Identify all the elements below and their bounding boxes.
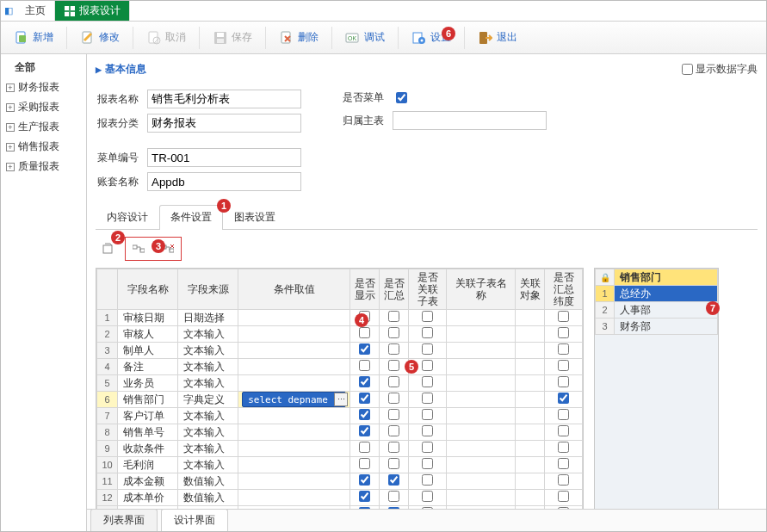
table-row[interactable]: 3制单人文本输入: [97, 343, 583, 359]
col-header[interactable]: 是否关联子表: [409, 269, 447, 310]
chk-show[interactable]: [359, 311, 370, 322]
chk-dim[interactable]: [558, 360, 569, 371]
cell-relname[interactable]: [447, 375, 516, 392]
col-header[interactable]: 字段名称: [118, 269, 178, 310]
cell-relobj[interactable]: [516, 392, 545, 408]
dept-list[interactable]: 7 🔒销售部门1总经办2人事部3财务部: [594, 268, 719, 509]
chk-show[interactable]: [359, 343, 370, 355]
tree-item[interactable]: +生产报表: [1, 117, 86, 137]
col-header[interactable]: 是否汇总: [380, 269, 409, 310]
col-header[interactable]: 关联对象: [516, 269, 545, 310]
chk-show[interactable]: [359, 360, 370, 371]
tree-root[interactable]: 全部: [1, 58, 86, 77]
cell-relobj[interactable]: [516, 310, 545, 326]
cell-cond[interactable]: [238, 310, 350, 326]
rlist-header[interactable]: 销售部门: [615, 269, 718, 286]
cell-relobj[interactable]: [516, 490, 545, 506]
table-row[interactable]: 2审核人文本输入: [97, 326, 583, 343]
table-row[interactable]: 9收款条件文本输入: [97, 441, 583, 457]
chk-rel[interactable]: [422, 393, 433, 404]
chk-sum[interactable]: [388, 458, 399, 469]
chk-show[interactable]: [359, 409, 370, 420]
condition-grid[interactable]: 4 5 字段名称字段来源条件取值是否显示是否汇总是否关联子表关联子表名称关联对象…: [96, 268, 584, 509]
delete-button[interactable]: 删除: [271, 26, 326, 50]
expand-icon[interactable]: +: [6, 103, 15, 112]
cell-relobj[interactable]: [516, 359, 545, 375]
cell-relobj[interactable]: [516, 424, 545, 441]
chk-rel[interactable]: [422, 474, 433, 486]
chk-sum[interactable]: [388, 442, 399, 453]
expand-icon[interactable]: +: [6, 123, 15, 132]
tab-home[interactable]: 主页: [16, 1, 55, 21]
table-row[interactable]: 4备注文本输入: [97, 359, 583, 375]
subtab-condition[interactable]: 条件设置 1: [159, 205, 223, 229]
cell-relobj[interactable]: [516, 441, 545, 457]
chk-sum[interactable]: [388, 376, 399, 387]
subtab-chart[interactable]: 图表设置: [223, 205, 287, 229]
chk-rel[interactable]: [422, 360, 433, 371]
cell-relname[interactable]: [447, 408, 516, 424]
col-header[interactable]: 字段来源: [178, 269, 238, 310]
cell-relname[interactable]: [447, 457, 516, 473]
new-button[interactable]: 新增: [6, 26, 61, 50]
chk-show[interactable]: [359, 491, 370, 502]
list-item[interactable]: 3财务部: [596, 319, 718, 335]
tree-item[interactable]: +质量报表: [1, 157, 86, 176]
cell-cond[interactable]: [238, 375, 350, 392]
input-report-cat[interactable]: [147, 114, 301, 133]
chk-sum[interactable]: [388, 327, 399, 338]
cell-relname[interactable]: [447, 473, 516, 490]
cell-cond[interactable]: [238, 457, 350, 473]
chk-show[interactable]: [359, 442, 370, 453]
chk-sum[interactable]: [388, 474, 399, 486]
cell-relname[interactable]: [447, 441, 516, 457]
input-menu-no[interactable]: [147, 148, 301, 167]
chk-dim[interactable]: [558, 343, 569, 355]
cell-relobj[interactable]: [516, 375, 545, 392]
cell-relobj[interactable]: [516, 457, 545, 473]
chk-rel[interactable]: [422, 425, 433, 436]
chk-sum[interactable]: [388, 491, 399, 502]
cell-cond[interactable]: select depname⋯: [238, 392, 350, 408]
chk-show[interactable]: [359, 376, 370, 387]
chk-dim[interactable]: [558, 442, 569, 453]
chk-rel[interactable]: [422, 409, 433, 420]
chk-rel[interactable]: [422, 491, 433, 502]
table-row[interactable]: 5业务员文本输入: [97, 375, 583, 392]
cell-cond[interactable]: [238, 424, 350, 441]
refresh-button[interactable]: [99, 239, 118, 258]
cond-ellipsis-button[interactable]: ⋯: [334, 393, 348, 406]
col-header[interactable]: 关联子表名称: [447, 269, 516, 310]
edit-button[interactable]: 修改: [72, 26, 127, 50]
cell-relname[interactable]: [447, 326, 516, 343]
tree-item[interactable]: +采购报表: [1, 97, 86, 117]
chk-rel[interactable]: [422, 458, 433, 469]
cell-relobj[interactable]: [516, 473, 545, 490]
save-button[interactable]: 保存: [205, 26, 260, 50]
chk-sum[interactable]: [388, 343, 399, 355]
input-owner-table[interactable]: [393, 111, 547, 130]
table-row[interactable]: 7客户订单文本输入: [97, 408, 583, 424]
cell-cond[interactable]: [238, 473, 350, 490]
table-row[interactable]: 1审核日期日期选择: [97, 310, 583, 326]
chk-rel[interactable]: [422, 442, 433, 453]
cell-cond[interactable]: [238, 359, 350, 375]
chk-rel[interactable]: [422, 343, 433, 355]
input-acct-name[interactable]: [147, 172, 301, 191]
cancel-button[interactable]: 取消: [139, 26, 194, 50]
table-row[interactable]: 11成本金额数值输入: [97, 473, 583, 490]
chk-sum[interactable]: [388, 393, 399, 404]
debug-button[interactable]: OK调试: [337, 26, 393, 50]
chk-dim[interactable]: [558, 393, 569, 404]
cell-relobj[interactable]: [516, 408, 545, 424]
table-row[interactable]: 8销售单号文本输入: [97, 424, 583, 441]
chk-show[interactable]: [359, 327, 370, 338]
expand-icon[interactable]: +: [6, 163, 15, 171]
col-header[interactable]: 条件取值: [238, 269, 350, 310]
cell-cond[interactable]: [238, 326, 350, 343]
exit-button[interactable]: 退出: [470, 26, 525, 50]
chk-rel[interactable]: [422, 311, 433, 322]
bottom-tab-design[interactable]: 设计界面: [161, 509, 228, 531]
cell-relobj[interactable]: [516, 326, 545, 343]
chk-sum[interactable]: [388, 409, 399, 420]
